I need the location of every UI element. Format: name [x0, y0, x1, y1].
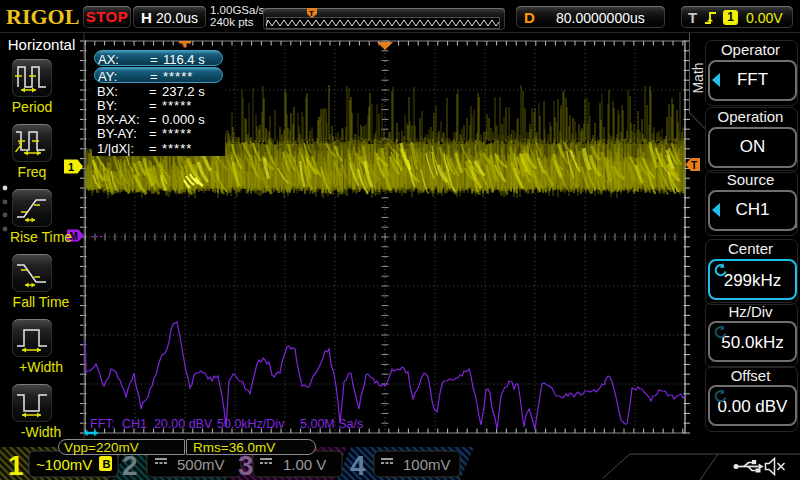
svg-text:1.00 V: 1.00 V [283, 456, 326, 473]
svg-text:FFT: CH1 20.00 dBV: FFT: CH1 20.00 dBV [90, 417, 213, 431]
svg-text:50.0kHz/Div: 50.0kHz/Div [217, 417, 285, 431]
svg-text:5.00M Sa/s: 5.00M Sa/s [300, 417, 363, 431]
svg-text:100mV: 100mV [403, 456, 451, 473]
svg-text:T: T [309, 9, 314, 18]
svg-text:4: 4 [350, 450, 366, 480]
svg-text:~100mV: ~100mV [36, 456, 92, 473]
svg-text:500mV: 500mV [177, 456, 225, 473]
svg-text:T: T [691, 160, 697, 171]
svg-text:1: 1 [8, 450, 24, 480]
svg-text:B: B [103, 458, 111, 470]
